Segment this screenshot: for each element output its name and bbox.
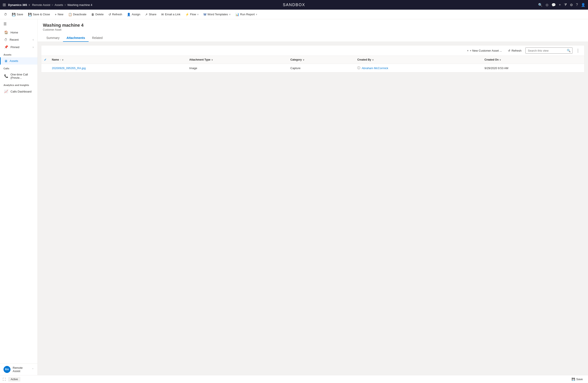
sidebar-item-one-time-call[interactable]: 📞 One-time Call (Previe... [0,71,37,81]
col-header-created-on[interactable]: Created On ∨ [482,56,584,64]
created-on-filter-icon[interactable]: ∨ [499,59,501,61]
flow-button[interactable]: ⚡ Flow ∨ [183,11,201,18]
search-input[interactable] [526,48,565,53]
record-header: Washing machine 4 Customer Asset Summary… [38,19,588,42]
filter-nav-icon[interactable]: ⧩ [564,3,567,7]
subgrid-refresh-button[interactable]: ↺ Refresh [506,48,524,53]
sidebar-item-assets[interactable]: 🖥 Assets [0,57,37,64]
d365-logo[interactable]: Dynamics 365 ∨ [8,3,30,7]
word-templates-icon: W [203,13,206,16]
tab-summary[interactable]: Summary [43,34,63,42]
col-header-created-by[interactable]: Created By ∨ [355,56,482,64]
breadcrumb-module[interactable]: Remote Assist [32,3,50,7]
history-button[interactable]: ⏱ [2,11,9,18]
profile-nav-icon[interactable]: 👤 [581,3,585,7]
expand-icon[interactable]: ⛶ [3,378,6,381]
name-sort-icon: ↑ [60,58,61,61]
row-category-cell: Capture [288,64,355,72]
new-customer-asset-icon: + [467,49,469,52]
save-button[interactable]: 💾 Save [10,11,25,18]
category-filter-icon[interactable]: ∨ [303,59,304,61]
sidebar-menu-icon[interactable]: ☰ [0,19,37,29]
gear-nav-icon[interactable]: ⚙ [570,3,573,7]
delete-button[interactable]: 🗑 Delete [89,11,106,18]
refresh-icon: ↺ [108,13,111,16]
assign-icon: 👤 [127,13,131,16]
breadcrumb: Remote Assist > Assets > Washing machine… [32,3,92,7]
col-header-category[interactable]: Category ∨ [288,56,355,64]
row-created-by-cell: ⓘ Abraham McCormick [355,64,482,72]
sidebar-item-recent[interactable]: ⏱ Recent ∨ [0,36,37,43]
command-bar: ⏱ 💾 Save 💾 Save & Close + New 📋 Deactiva… [0,10,588,19]
recent-chevron-icon: ∨ [32,39,34,41]
section-label-calls: Calls [0,64,37,71]
apps-icon[interactable]: ⊞ [3,2,6,7]
sidebar-label-one-time-call: One-time Call (Previe... [10,73,34,79]
section-label-assets: Assets [0,51,37,57]
save-close-button[interactable]: 💾 Save & Close [26,11,52,18]
d365-app-name: Dynamics 365 [8,3,27,7]
calls-dashboard-icon: 📈 [4,89,8,93]
add-nav-icon[interactable]: + [559,3,561,7]
settings2-nav-icon[interactable]: ⊙ [546,3,548,7]
refresh-button[interactable]: ↺ Refresh [106,11,125,18]
run-report-button[interactable]: 📊 Run Report ∨ [233,11,259,18]
attachment-link[interactable]: 20200929_095355_RA.jpg [52,66,86,70]
col-header-attachment-type[interactable]: Attachment Type ∨ [187,56,288,64]
subgrid-more-icon[interactable]: ⋮ [574,47,582,54]
record-title: Washing machine 4 [43,23,583,28]
grid-table: ✓ Name ↑ ∨ Attachment Type [41,56,584,72]
sandbox-title: SANDBOX [283,3,305,7]
flow-icon: ⚡ [185,13,189,16]
tab-related[interactable]: Related [89,34,106,42]
sidebar-label-calls-dashboard: Calls Dashboard [10,90,32,93]
check-all-icon[interactable]: ✓ [44,58,47,62]
row-name-cell: 20200929_095355_RA.jpg [49,64,187,72]
sidebar-item-calls-dashboard[interactable]: 📈 Calls Dashboard [0,88,37,95]
sidebar-item-pinned[interactable]: 📌 Pinned ∨ [0,43,37,51]
subgrid-toolbar: + + New Customer Asset ... ↺ Refresh 🔍 ⋮ [41,45,584,56]
recent-icon: ⏱ [4,38,7,42]
breadcrumb-current: Washing machine 4 [67,3,92,7]
subgrid-search[interactable]: 🔍 [525,47,572,54]
email-link-button[interactable]: ✉ Email a Link [159,11,183,18]
tab-attachments[interactable]: Attachments [63,34,89,42]
breadcrumb-sep-2: > [64,3,66,7]
email-link-icon: ✉ [161,13,164,16]
created-by-filter-icon[interactable]: ∨ [372,59,374,61]
save-close-icon: 💾 [28,13,32,16]
new-customer-asset-button[interactable]: + + New Customer Asset ... [465,48,504,53]
created-by-link[interactable]: Abraham McCormick [362,66,388,70]
home-icon: 🏠 [4,30,8,34]
new-button[interactable]: + New [52,11,65,18]
subgrid-container: + + New Customer Asset ... ↺ Refresh 🔍 ⋮ [41,45,585,73]
attachment-type-filter-icon[interactable]: ∨ [211,59,213,61]
help-nav-icon[interactable]: ? [576,3,578,7]
search-nav-icon[interactable]: 🔍 [538,3,543,7]
pinned-chevron-icon: ∨ [32,46,34,48]
share-button[interactable]: ↗ Share [143,11,159,18]
top-navigation: ⊞ Dynamics 365 ∨ Remote Assist > Assets … [0,0,588,10]
sidebar-bottom[interactable]: RA Remote Assist ⌃ [0,363,37,375]
col-header-name[interactable]: Name ↑ ∨ [49,56,187,64]
created-by-info-icon: ⓘ [357,66,360,70]
breadcrumb-sep-1: > [52,3,53,7]
breadcrumb-assets[interactable]: Assets [54,3,63,7]
status-badge: Active [8,377,20,382]
d365-chevron-icon: ∨ [28,4,30,6]
section-label-analytics: Analytics and Insights [0,81,37,88]
row-check-cell [41,64,49,72]
table-row: 20200929_095355_RA.jpg Image Capture ⓘ A… [41,64,584,72]
status-bar: ⛶ Active 💾 Save [0,375,588,383]
sidebar-item-home[interactable]: 🏠 Home [0,29,37,36]
name-filter-icon[interactable]: ∨ [62,59,63,61]
share-icon: ↗ [145,13,148,16]
deactivate-button[interactable]: 📋 Deactivate [66,11,89,18]
search-icon[interactable]: 🔍 [565,48,572,53]
word-templates-button[interactable]: W Word Templates ∨ [201,11,233,18]
status-save-button[interactable]: 💾 Save [569,376,585,382]
sidebar-bottom-label: Remote Assist [13,366,30,373]
chat-nav-icon[interactable]: 💬 [551,3,556,7]
word-templates-chevron-icon: ∨ [229,13,231,16]
assign-button[interactable]: 👤 Assign [125,11,142,18]
